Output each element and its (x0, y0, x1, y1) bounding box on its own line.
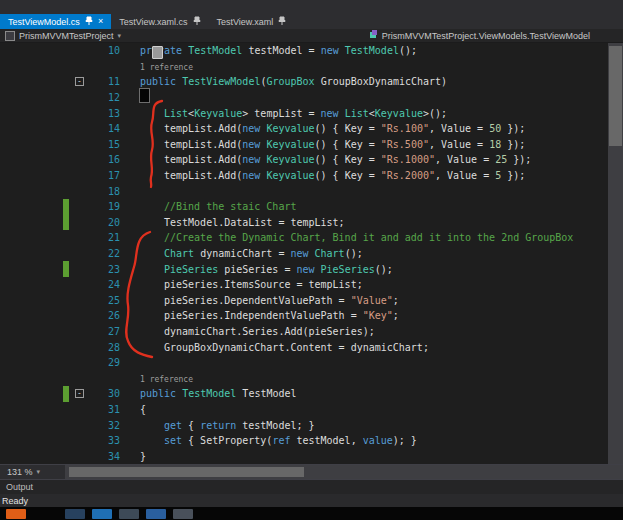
token: TestModel (345, 45, 399, 56)
change-tracking-bar (63, 215, 69, 231)
tab-testviewmodel-cs[interactable]: TestViewModel.cs × (0, 14, 111, 29)
token: (); (345, 248, 363, 259)
project-dropdown[interactable]: PrismMVVMTestProject (19, 31, 114, 41)
code-line[interactable]: 22Chart dynamicChart = new Chart(); (0, 246, 623, 262)
code-text: pieSeries.IndependentValuePath = "Key"; (130, 310, 399, 321)
line-number[interactable]: 32 (0, 420, 130, 431)
token: new (321, 108, 339, 119)
line-number[interactable]: 17 (0, 170, 130, 181)
code-line[interactable]: 21//Create the Dynamic Chart, Bind it an… (0, 230, 623, 246)
code-text: private TestModel testModel = new TestMo… (130, 45, 417, 56)
token: testModel, (290, 435, 362, 446)
token: Chart (315, 248, 345, 259)
code-line[interactable]: 10private TestModel testModel = new Test… (0, 43, 623, 59)
pin-icon[interactable] (193, 16, 201, 28)
code-line[interactable]: 31{ (0, 402, 623, 418)
taskbar-app-5-icon[interactable] (173, 509, 193, 519)
codelens-references[interactable]: 1 reference (140, 63, 193, 72)
output-panel-header[interactable]: Output (0, 479, 623, 494)
code-line[interactable]: 27dynamicChart.Series.Add(pieSeries); (0, 324, 623, 340)
line-number[interactable]: 34 (0, 451, 130, 462)
horizontal-scrollbar[interactable] (65, 465, 623, 479)
pin-icon[interactable] (278, 16, 286, 28)
token: List (164, 108, 188, 119)
token: testModel; } (236, 420, 314, 431)
code-line[interactable]: 14tempList.Add(new Keyvalue() { Key = "R… (0, 121, 623, 137)
taskbar-app-orange-icon[interactable] (6, 509, 26, 519)
code-line[interactable]: 16tempList.Add(new Keyvalue() { Key = "R… (0, 152, 623, 168)
line-number[interactable]: 33 (0, 435, 130, 446)
line-number[interactable]: 10 (0, 45, 130, 56)
line-number[interactable]: 15 (0, 139, 130, 150)
code-line[interactable]: 30-public TestModel TestModel (0, 386, 623, 402)
fold-collapse-icon[interactable]: - (75, 389, 84, 398)
code-text: Chart dynamicChart = new Chart(); (130, 248, 363, 259)
token: new (242, 170, 260, 181)
line-number[interactable]: 27 (0, 326, 130, 337)
windows-taskbar[interactable] (0, 507, 623, 520)
token: TestViewModel (182, 76, 260, 87)
line-number[interactable]: 12 (0, 92, 130, 103)
zoom-control[interactable]: 131 % ▾ (0, 467, 65, 477)
visual-studio-window: TestViewModel.cs × TestView.xaml.cs Test… (0, 0, 623, 520)
code-line[interactable]: 17tempList.Add(new Keyvalue() { Key = "R… (0, 168, 623, 184)
code-line[interactable]: 32get { return testModel; } (0, 417, 623, 433)
code-line[interactable]: 12{ (0, 90, 623, 106)
taskbar-app-2-icon[interactable] (92, 509, 112, 519)
taskbar-app-1-icon[interactable] (65, 509, 85, 519)
code-line[interactable]: 18 (0, 183, 623, 199)
taskbar-app-4-icon[interactable] (146, 509, 166, 519)
code-line[interactable]: 28GroupBoxDynamicChart.Content = dynamic… (0, 339, 623, 355)
tab-testview-xaml[interactable]: TestView.xaml (209, 14, 295, 29)
line-number[interactable]: 25 (0, 295, 130, 306)
close-icon[interactable]: × (98, 17, 103, 26)
line-number[interactable]: 31 (0, 404, 130, 415)
line-number[interactable]: 21 (0, 232, 130, 243)
code-editor[interactable]: 10private TestModel testModel = new Test… (0, 43, 623, 464)
type-member-dropdown[interactable]: PrismMVVMTestProject.ViewModels.TestView… (369, 30, 618, 41)
code-line[interactable]: 20TestModel.DataList = tempList; (0, 215, 623, 231)
line-number[interactable]: 22 (0, 248, 130, 259)
code-line[interactable]: 19//Bind the staic Chart (0, 199, 623, 215)
code-line[interactable]: 33set { SetProperty(ref testModel, value… (0, 433, 623, 449)
line-number[interactable]: 24 (0, 279, 130, 290)
line-number[interactable]: 16 (0, 154, 130, 165)
code-line[interactable]: 26pieSeries.IndependentValuePath = "Key"… (0, 308, 623, 324)
line-number[interactable]: 29 (0, 357, 130, 368)
line-number[interactable]: 11 (0, 76, 130, 87)
code-line[interactable]: 13List<Keyvalue> tempList = new List<Key… (0, 105, 623, 121)
token: testModel = (242, 45, 320, 56)
code-line[interactable]: 25pieSeries.DependentValuePath = "Value"… (0, 293, 623, 309)
codelens-references[interactable]: 1 reference (140, 375, 193, 384)
horizontal-scrollbar-thumb[interactable] (69, 467, 304, 477)
line-number[interactable]: 26 (0, 310, 130, 321)
line-number[interactable]: 13 (0, 108, 130, 119)
line-number[interactable]: 28 (0, 342, 130, 353)
code-line[interactable]: 24pieSeries.ItemsSource = tempList; (0, 277, 623, 293)
tab-testview-xaml-cs[interactable]: TestView.xaml.cs (111, 14, 208, 29)
line-number[interactable]: 18 (0, 186, 130, 197)
fold-collapse-icon[interactable]: - (75, 77, 84, 86)
code-line[interactable]: 11-public TestViewModel(GroupBox GroupBo… (0, 74, 623, 90)
line-number[interactable]: 14 (0, 123, 130, 134)
vertical-scrollbar-thumb[interactable] (609, 46, 622, 146)
chevron-down-icon: ▾ (37, 468, 41, 476)
code-line[interactable]: 23PieSeries pieSeries = new PieSeries(); (0, 261, 623, 277)
token: "Rs.2000" (381, 170, 435, 181)
pin-icon[interactable] (85, 16, 93, 28)
codelens-row[interactable]: 1 reference (0, 59, 623, 75)
code-line[interactable]: 29 (0, 355, 623, 371)
token: () { Key = (315, 123, 381, 134)
chevron-down-icon[interactable]: ▾ (118, 32, 122, 40)
quick-action-box (152, 46, 163, 59)
token: //Bind the staic Chart (164, 201, 296, 212)
codelens-row[interactable]: 1 reference (0, 370, 623, 386)
code-text: get { return testModel; } (130, 420, 315, 431)
vertical-scrollbar[interactable] (608, 43, 623, 464)
code-line[interactable]: 34} (0, 448, 623, 464)
code-line[interactable]: 15tempList.Add(new Keyvalue() { Key = "R… (0, 137, 623, 153)
token: (); (375, 264, 393, 275)
code-text: tempList.Add(new Keyvalue() { Key = "Rs.… (130, 123, 525, 134)
taskbar-app-3-icon[interactable] (119, 509, 139, 519)
token: Keyvalue (375, 108, 423, 119)
